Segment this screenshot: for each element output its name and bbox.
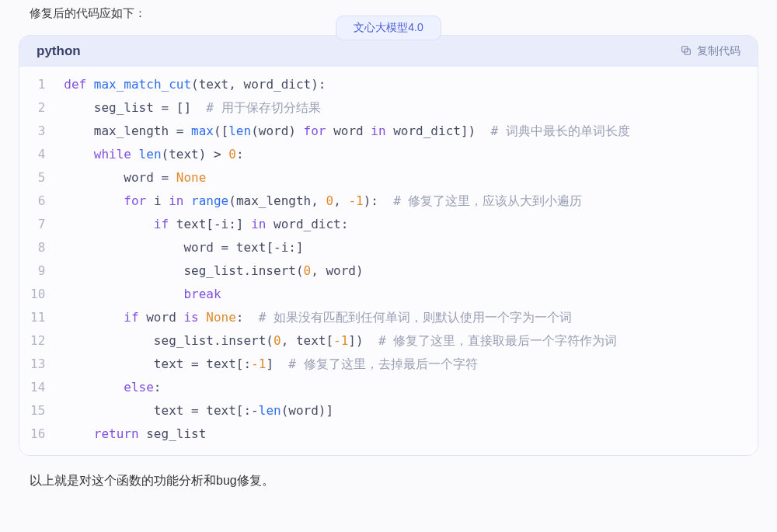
line-number: 8 [30, 236, 53, 259]
code-block: python 复制代码 12345678910111213141516 def … [19, 35, 758, 456]
line-number: 14 [30, 376, 53, 399]
model-badge[interactable]: 文心大模型4.0 [336, 16, 441, 40]
line-number: 13 [30, 353, 53, 376]
line-number: 15 [30, 399, 53, 422]
code-body: 12345678910111213141516 def max_match_cu… [19, 67, 758, 455]
line-number: 1 [30, 73, 53, 96]
code-language-label: python [37, 43, 81, 59]
line-number: 9 [30, 259, 53, 283]
line-number: 10 [30, 283, 53, 306]
line-number: 4 [30, 143, 53, 166]
line-number: 11 [30, 306, 53, 329]
copy-code-label: 复制代码 [697, 44, 740, 58]
line-number: 12 [30, 329, 53, 353]
line-number: 6 [30, 190, 53, 213]
copy-icon [680, 44, 692, 59]
line-number: 2 [30, 96, 53, 120]
line-number-gutter: 12345678910111213141516 [19, 73, 53, 446]
line-number: 5 [30, 166, 53, 190]
line-number: 7 [30, 213, 53, 236]
line-number: 16 [30, 422, 53, 446]
copy-code-button[interactable]: 复制代码 [680, 44, 740, 59]
line-number: 3 [30, 120, 53, 143]
code-content[interactable]: def max_match_cut(text, word_dict): seg_… [53, 73, 758, 446]
code-header: python 复制代码 [19, 36, 758, 67]
outro-text: 以上就是对这个函数的功能分析和bug修复。 [0, 456, 777, 489]
